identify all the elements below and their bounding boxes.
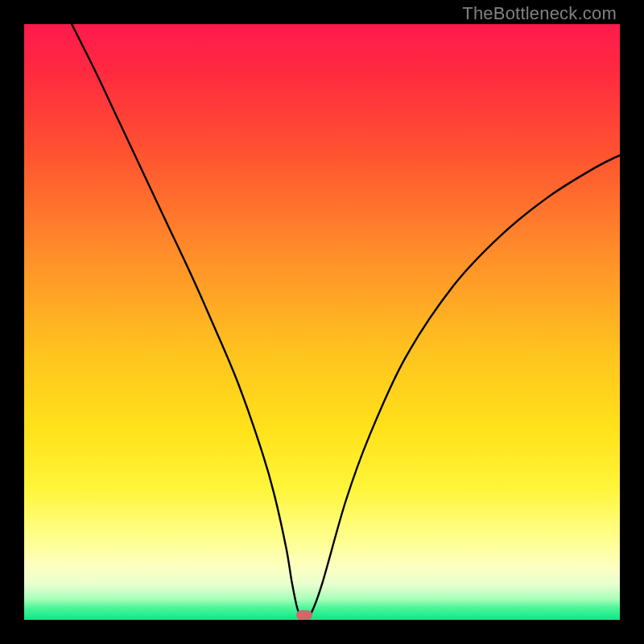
watermark-text: TheBottleneck.com [462,3,617,24]
optimal-point-marker [296,610,312,620]
bottleneck-curve [24,24,620,620]
plot-area [24,24,620,620]
chart-frame: TheBottleneck.com [0,0,644,644]
